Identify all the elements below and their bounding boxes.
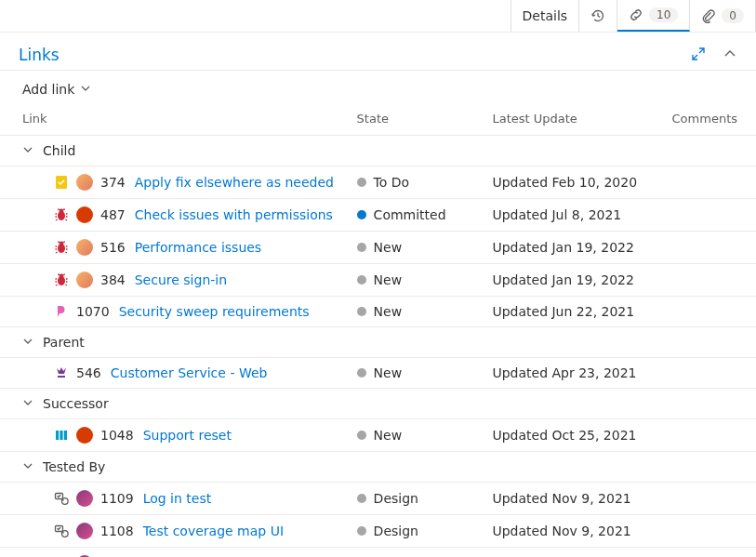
top-tab-bar: Details 10 0 [0, 0, 756, 33]
add-link-button[interactable]: Add link [22, 82, 91, 97]
group-row[interactable]: Parent [0, 327, 756, 358]
svg-point-6 [60, 274, 64, 279]
epic-icon [54, 365, 69, 380]
latest-update: Updated Apr 23, 2021 [492, 365, 636, 380]
comments-cell [661, 199, 756, 232]
work-item-id: 487 [100, 207, 126, 222]
tab-details[interactable]: Details [511, 0, 580, 32]
group-row[interactable]: Tested By [0, 452, 756, 483]
link-item-row[interactable]: 1104 UI permission tests Design Updated … [0, 548, 756, 558]
col-header-state[interactable]: State [346, 104, 482, 136]
state-indicator-icon [357, 431, 366, 440]
link-item-row[interactable]: 1108 Test coverage map UI Design Updated… [0, 515, 756, 548]
section-title: Links [19, 46, 60, 64]
state-label: New [374, 365, 403, 380]
avatar [76, 272, 93, 288]
avatar [76, 427, 93, 444]
work-item-title-link[interactable]: Support reset [143, 428, 232, 443]
group-name: Successor [43, 396, 109, 411]
tab-history[interactable] [579, 0, 617, 32]
tab-attachments-count: 0 [722, 8, 744, 23]
feature-icon [54, 304, 69, 319]
avatar [76, 174, 93, 191]
tab-attachments[interactable]: 0 [690, 0, 756, 32]
chevron-down-icon [22, 396, 33, 411]
work-item-id: 1070 [76, 304, 110, 319]
chevron-down-icon [80, 82, 91, 97]
latest-update: Updated Nov 9, 2021 [492, 524, 630, 538]
work-item-id: 384 [100, 272, 126, 287]
work-item-title-link[interactable]: Performance issues [135, 240, 261, 255]
expand-icon[interactable] [691, 46, 706, 64]
chevron-down-icon [22, 335, 33, 350]
chevron-down-icon [22, 143, 33, 158]
link-item-row[interactable]: 516 Performance issues New Updated Jan 1… [0, 232, 756, 264]
links-table: Link State Latest Update Comments Child … [0, 104, 756, 557]
state-indicator-icon [357, 526, 366, 536]
col-header-updated[interactable]: Latest Update [481, 104, 660, 136]
group-toggle[interactable]: Successor [22, 396, 109, 411]
comments-cell [661, 264, 756, 297]
col-header-comments[interactable]: Comments [661, 104, 756, 136]
link-item-row[interactable]: 546 Customer Service - Web New Updated A… [0, 358, 756, 389]
chevron-down-icon [22, 459, 33, 474]
pbi-icon [54, 428, 69, 443]
state-indicator-icon [357, 275, 366, 285]
group-row[interactable]: Successor [0, 389, 756, 419]
svg-point-4 [60, 242, 64, 246]
collapse-chevron-icon[interactable] [723, 46, 737, 64]
bug-icon [54, 240, 69, 255]
avatar [76, 239, 93, 256]
state-label: Committed [374, 207, 446, 222]
work-item-id: 1108 [100, 524, 134, 538]
svg-rect-8 [60, 431, 62, 440]
comments-cell [661, 515, 756, 548]
group-row[interactable]: Child [0, 136, 756, 166]
comments-cell [661, 548, 756, 558]
state-label: New [374, 272, 403, 287]
work-item-title-link[interactable]: Customer Service - Web [111, 365, 268, 380]
test-icon [54, 524, 69, 538]
work-item-title-link[interactable]: Secure sign-in [135, 272, 227, 287]
link-item-row[interactable]: 374 Apply fix elsewhere as needed To Do … [0, 166, 756, 199]
link-item-row[interactable]: 487 Check issues with permissions Commit… [0, 199, 756, 232]
latest-update: Updated Nov 9, 2021 [492, 491, 630, 506]
comments-cell [661, 297, 756, 327]
group-name: Child [43, 143, 75, 158]
attachment-icon [701, 8, 716, 23]
work-item-title-link[interactable]: Apply fix elsewhere as needed [135, 175, 334, 190]
link-item-row[interactable]: 1109 Log in test Design Updated Nov 9, 2… [0, 483, 756, 515]
group-toggle[interactable]: Tested By [22, 459, 105, 474]
latest-update: Updated Jul 8, 2021 [492, 207, 621, 222]
work-item-id: 1109 [100, 491, 134, 506]
state-label: New [374, 304, 403, 319]
work-item-title-link[interactable]: Log in test [143, 491, 212, 506]
group-toggle[interactable]: Parent [22, 335, 85, 350]
tab-links[interactable]: 10 [617, 0, 690, 32]
link-item-row[interactable]: 1048 Support reset New Updated Oct 25, 2… [0, 419, 756, 452]
comments-cell [661, 232, 756, 264]
work-item-title-link[interactable]: Test coverage map UI [143, 524, 284, 538]
group-name: Parent [43, 335, 85, 350]
history-icon [590, 8, 605, 23]
avatar [76, 523, 93, 539]
latest-update: Updated Feb 10, 2020 [492, 175, 637, 190]
col-header-link[interactable]: Link [0, 104, 346, 136]
work-item-id: 374 [100, 175, 126, 190]
avatar [76, 206, 93, 223]
svg-point-2 [60, 209, 64, 214]
svg-rect-9 [64, 431, 67, 440]
work-item-title-link[interactable]: Security sweep requirements [119, 304, 310, 319]
state-indicator-icon [357, 210, 366, 219]
work-item-id: 516 [100, 240, 126, 255]
link-item-row[interactable]: 384 Secure sign-in New Updated Jan 19, 2… [0, 264, 756, 297]
group-name: Tested By [43, 459, 105, 474]
group-toggle[interactable]: Child [22, 143, 75, 158]
work-item-title-link[interactable]: Check issues with permissions [135, 207, 333, 222]
state-indicator-icon [357, 307, 366, 316]
work-item-id: 546 [76, 365, 101, 380]
comments-cell [661, 483, 756, 515]
avatar [76, 490, 93, 507]
comments-cell [661, 166, 756, 199]
link-item-row[interactable]: 1070 Security sweep requirements New Upd… [0, 297, 756, 327]
